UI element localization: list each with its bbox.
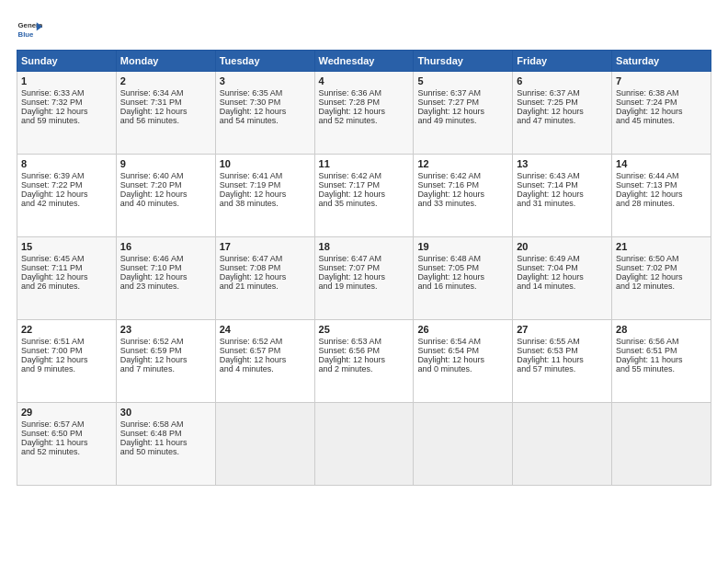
- day-info-line: and 19 minutes.: [319, 282, 410, 291]
- day-info-line: Sunrise: 6:52 AM: [220, 337, 311, 346]
- calendar-cell: 18Sunrise: 6:47 AMSunset: 7:07 PMDayligh…: [314, 237, 414, 320]
- day-info-line: and 31 minutes.: [517, 199, 608, 208]
- day-info-line: and 16 minutes.: [417, 282, 508, 291]
- day-info-line: Sunrise: 6:42 AM: [319, 171, 410, 180]
- calendar-cell: 23Sunrise: 6:52 AMSunset: 6:59 PMDayligh…: [116, 320, 215, 403]
- day-info-line: Sunrise: 6:54 AM: [417, 337, 508, 346]
- day-info-line: and 28 minutes.: [616, 199, 707, 208]
- calendar-cell: 28Sunrise: 6:56 AMSunset: 6:51 PMDayligh…: [612, 320, 711, 403]
- day-info-line: Sunset: 7:05 PM: [417, 263, 508, 272]
- day-info-line: Sunset: 7:16 PM: [417, 180, 508, 190]
- day-info-line: Sunrise: 6:36 AM: [319, 88, 410, 98]
- svg-text:Blue: Blue: [18, 30, 35, 39]
- day-number: 11: [319, 158, 410, 169]
- day-info-line: Daylight: 12 hours: [120, 355, 211, 364]
- day-info-line: and 55 minutes.: [616, 364, 707, 373]
- day-info-line: and 52 minutes.: [21, 447, 112, 456]
- day-info-line: Sunrise: 6:43 AM: [517, 171, 608, 180]
- day-info-line: Sunrise: 6:53 AM: [319, 337, 410, 346]
- calendar-cell: 10Sunrise: 6:41 AMSunset: 7:19 PMDayligh…: [215, 155, 314, 237]
- day-info-line: Sunrise: 6:40 AM: [120, 171, 211, 180]
- day-info-line: Sunset: 6:59 PM: [120, 346, 211, 355]
- day-info-line: Daylight: 12 hours: [21, 355, 112, 364]
- day-info-line: and 52 minutes.: [319, 116, 410, 125]
- weekday-header: Tuesday: [215, 51, 314, 72]
- calendar: SundayMondayTuesdayWednesdayThursdayFrid…: [17, 50, 711, 486]
- calendar-cell: 19Sunrise: 6:48 AMSunset: 7:05 PMDayligh…: [414, 237, 513, 320]
- day-info-line: Sunrise: 6:47 AM: [220, 254, 311, 263]
- day-info-line: Sunset: 6:56 PM: [319, 346, 410, 355]
- day-number: 27: [517, 324, 608, 335]
- day-number: 21: [616, 241, 707, 252]
- week-row: 29Sunrise: 6:57 AMSunset: 6:50 PMDayligh…: [17, 403, 711, 486]
- day-info-line: Sunrise: 6:58 AM: [120, 419, 211, 429]
- day-info-line: and 38 minutes.: [220, 199, 311, 208]
- calendar-cell: 1Sunrise: 6:33 AMSunset: 7:32 PMDaylight…: [17, 72, 117, 155]
- day-info-line: Sunrise: 6:52 AM: [120, 337, 211, 346]
- week-row: 22Sunrise: 6:51 AMSunset: 7:00 PMDayligh…: [17, 320, 711, 403]
- day-info-line: Sunrise: 6:57 AM: [21, 419, 112, 429]
- calendar-cell: 26Sunrise: 6:54 AMSunset: 6:54 PMDayligh…: [414, 320, 513, 403]
- day-number: 7: [616, 75, 707, 86]
- day-number: 15: [21, 241, 112, 252]
- day-info-line: Daylight: 12 hours: [319, 190, 410, 199]
- day-info-line: Sunrise: 6:48 AM: [417, 254, 508, 263]
- day-info-line: Sunset: 7:30 PM: [220, 98, 311, 107]
- day-info-line: Daylight: 12 hours: [220, 107, 311, 116]
- day-info-line: Sunrise: 6:49 AM: [517, 254, 608, 263]
- calendar-cell: 24Sunrise: 6:52 AMSunset: 6:57 PMDayligh…: [215, 320, 314, 403]
- day-info-line: Daylight: 12 hours: [616, 107, 707, 116]
- day-info-line: Sunrise: 6:44 AM: [616, 171, 707, 180]
- day-info-line: Daylight: 12 hours: [417, 190, 508, 199]
- day-info-line: Sunrise: 6:38 AM: [616, 88, 707, 98]
- day-info-line: and 50 minutes.: [120, 447, 211, 456]
- page: General Blue SundayMondayTuesdayWednesda…: [0, 0, 728, 563]
- day-info-line: Sunrise: 6:47 AM: [319, 254, 410, 263]
- day-number: 2: [120, 75, 211, 86]
- day-number: 10: [220, 158, 311, 169]
- calendar-cell: 14Sunrise: 6:44 AMSunset: 7:13 PMDayligh…: [612, 155, 711, 237]
- day-number: 24: [220, 324, 311, 335]
- day-info-line: Sunset: 6:50 PM: [21, 429, 112, 438]
- weekday-header: Friday: [513, 51, 612, 72]
- calendar-cell: 15Sunrise: 6:45 AMSunset: 7:11 PMDayligh…: [17, 237, 117, 320]
- day-info-line: and 7 minutes.: [120, 364, 211, 373]
- day-info-line: Daylight: 12 hours: [319, 355, 410, 364]
- day-number: 29: [21, 407, 112, 418]
- calendar-cell: 11Sunrise: 6:42 AMSunset: 7:17 PMDayligh…: [314, 155, 414, 237]
- day-info-line: and 14 minutes.: [517, 282, 608, 291]
- calendar-cell: [612, 403, 711, 486]
- day-info-line: and 40 minutes.: [120, 199, 211, 208]
- day-info-line: Sunset: 6:54 PM: [417, 346, 508, 355]
- weekday-header: Saturday: [612, 51, 711, 72]
- day-info-line: and 42 minutes.: [21, 199, 112, 208]
- day-number: 1: [21, 75, 112, 86]
- day-info-line: and 47 minutes.: [517, 116, 608, 125]
- day-number: 19: [417, 241, 508, 252]
- day-info-line: and 21 minutes.: [220, 282, 311, 291]
- day-info-line: Daylight: 11 hours: [120, 438, 211, 447]
- calendar-cell: 17Sunrise: 6:47 AMSunset: 7:08 PMDayligh…: [215, 237, 314, 320]
- day-info-line: Daylight: 12 hours: [417, 107, 508, 116]
- calendar-cell: [513, 403, 612, 486]
- day-info-line: and 33 minutes.: [417, 199, 508, 208]
- day-info-line: Sunset: 6:57 PM: [220, 346, 311, 355]
- day-info-line: Daylight: 12 hours: [21, 190, 112, 199]
- day-info-line: Daylight: 12 hours: [120, 190, 211, 199]
- day-info-line: Daylight: 12 hours: [21, 272, 112, 282]
- day-info-line: and 45 minutes.: [616, 116, 707, 125]
- day-info-line: Sunrise: 6:33 AM: [21, 88, 112, 98]
- logo: General Blue: [17, 17, 42, 42]
- day-number: 6: [517, 75, 608, 86]
- day-number: 13: [517, 158, 608, 169]
- day-number: 16: [120, 241, 211, 252]
- day-number: 12: [417, 158, 508, 169]
- day-info-line: and 56 minutes.: [120, 116, 211, 125]
- header: General Blue: [17, 17, 711, 42]
- day-info-line: Sunset: 7:27 PM: [417, 98, 508, 107]
- weekday-header: Monday: [116, 51, 215, 72]
- day-info-line: Sunset: 7:10 PM: [120, 263, 211, 272]
- calendar-cell: 27Sunrise: 6:55 AMSunset: 6:53 PMDayligh…: [513, 320, 612, 403]
- day-info-line: Sunset: 7:22 PM: [21, 180, 112, 190]
- day-info-line: Daylight: 12 hours: [220, 190, 311, 199]
